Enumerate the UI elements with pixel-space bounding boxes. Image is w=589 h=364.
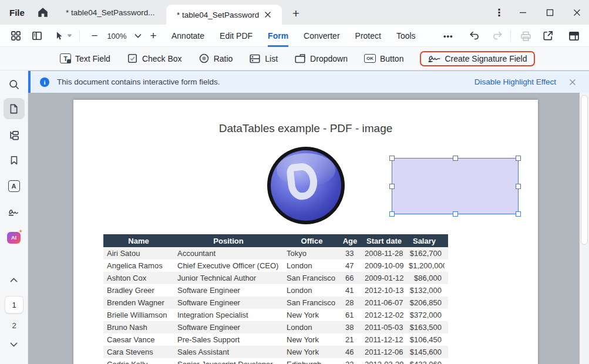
- tab-converter[interactable]: Converter: [304, 25, 339, 47]
- table-cell: New York: [283, 348, 341, 356]
- create-signature-field-button[interactable]: Create Signature Field: [428, 54, 527, 63]
- window-close-icon[interactable]: [566, 2, 587, 22]
- table-cell: New York: [283, 311, 341, 319]
- file-menu[interactable]: File: [9, 0, 25, 25]
- resize-handle-n[interactable]: [453, 156, 458, 161]
- ratio-button[interactable]: Ratio: [198, 53, 233, 64]
- undo-icon[interactable]: [468, 29, 481, 42]
- table-row: Caesar VancePre-Sales SupportNew York212…: [103, 333, 448, 346]
- dropdown-button[interactable]: Dropdown: [294, 53, 348, 64]
- table-row: Brielle WilliamsonIntegration Specialist…: [103, 309, 448, 321]
- page-number-current[interactable]: 1: [5, 296, 23, 314]
- grid-view-icon[interactable]: [9, 29, 22, 42]
- table-cell: San Francisco: [283, 274, 341, 282]
- info-close-icon[interactable]: [567, 76, 578, 88]
- signature-field-selected[interactable]: [392, 159, 518, 214]
- datatables-logo: [267, 147, 345, 224]
- scrollbar-thumb[interactable]: [581, 95, 588, 245]
- resize-handle-nw[interactable]: [389, 156, 395, 161]
- tab-annotate[interactable]: Annotate: [171, 25, 204, 47]
- content-area: i This document contains interactive for…: [28, 70, 589, 364]
- maximize-button[interactable]: [539, 2, 560, 22]
- share-export-icon[interactable]: [541, 29, 554, 42]
- table-header-cell: Age: [341, 237, 359, 245]
- resize-handle-e[interactable]: [516, 184, 521, 189]
- vertical-scrollbar[interactable]: [580, 93, 589, 364]
- cursor-dropdown-icon[interactable]: [65, 29, 73, 42]
- button-field-button[interactable]: OK Button: [364, 54, 403, 63]
- home-icon[interactable]: [36, 6, 51, 20]
- table-cell: 2012-03-29: [359, 360, 409, 364]
- resize-handle-w[interactable]: [389, 184, 395, 189]
- table-cell: 28: [341, 298, 359, 307]
- text-field-button[interactable]: T Text Field: [60, 53, 110, 63]
- table-row: Bradley GreerSoftware EngineerLondon4120…: [103, 284, 448, 296]
- bookmark-icon[interactable]: [4, 150, 25, 171]
- tab-protect[interactable]: Protect: [355, 25, 381, 47]
- info-icon: i: [40, 77, 49, 87]
- tab-active[interactable]: * table04_SetPassword: [166, 5, 282, 25]
- new-tab-button[interactable]: +: [288, 5, 304, 22]
- table-cell: 33: [341, 249, 359, 258]
- tab-form[interactable]: Form: [268, 25, 288, 47]
- zoom-dropdown-icon[interactable]: [132, 29, 144, 42]
- search-icon[interactable]: [4, 74, 25, 95]
- left-sidebar: A AI✦ 1 2: [0, 70, 28, 364]
- dropdown-label: Dropdown: [310, 54, 348, 63]
- table-cell: $163,500: [409, 323, 445, 332]
- zoom-out-button[interactable]: −: [88, 29, 101, 42]
- window-menu-icon[interactable]: ⋮: [489, 2, 510, 22]
- resize-handle-s[interactable]: [453, 211, 458, 217]
- outline-tree-icon[interactable]: [4, 125, 25, 146]
- field-annotation-icon[interactable]: A: [4, 176, 25, 197]
- table-cell: Brenden Wagner: [103, 298, 174, 307]
- table-cell: Bradley Greer: [103, 286, 174, 295]
- table-cell: London: [283, 323, 341, 332]
- table-cell: Bruno Nash: [103, 323, 174, 332]
- list-button[interactable]: List: [249, 53, 278, 64]
- minimize-button[interactable]: [512, 2, 533, 22]
- signature-pen-icon: [428, 54, 440, 63]
- resize-handle-sw[interactable]: [389, 211, 395, 217]
- resize-handle-ne[interactable]: [516, 156, 521, 161]
- ai-assistant-icon[interactable]: AI✦: [4, 227, 25, 248]
- table-cell: $86,000: [409, 274, 445, 282]
- redo-icon[interactable]: [491, 29, 504, 42]
- pdf-page[interactable]: DataTables example - PDF - image NamePos…: [73, 100, 538, 364]
- table-cell: Cara Stevens: [103, 348, 174, 356]
- table-cell: 22: [341, 360, 359, 364]
- page-number-2[interactable]: 2: [0, 318, 28, 332]
- table-cell: Integration Specialist: [174, 311, 283, 319]
- ribbon-menu: Annotate Edit PDF Form Converter Protect…: [171, 25, 416, 47]
- disable-highlight-link[interactable]: Disable Highlight Effect: [474, 77, 556, 86]
- zoom-in-button[interactable]: +: [147, 29, 160, 42]
- more-tools-icon[interactable]: •••: [443, 25, 453, 47]
- page-up-icon[interactable]: [4, 273, 25, 287]
- tab-tools[interactable]: Tools: [396, 25, 416, 47]
- page-thumbnails-icon[interactable]: [4, 98, 25, 119]
- check-box-button[interactable]: Check Box: [127, 53, 182, 64]
- zoom-level[interactable]: 100%: [103, 25, 130, 47]
- table-cell: Caesar Vance: [103, 335, 174, 344]
- logo-d-glyph: [286, 162, 319, 201]
- page-down-icon[interactable]: [4, 338, 25, 352]
- signature-panel-icon[interactable]: [4, 202, 25, 223]
- dropdown-icon: [294, 53, 306, 64]
- select-cursor-icon[interactable]: [53, 29, 66, 42]
- table-cell: 2012-10-13: [359, 286, 409, 295]
- tab-inactive[interactable]: * table04_SetPassword...: [66, 0, 155, 25]
- tab-close-icon[interactable]: [262, 9, 274, 21]
- panel-toggle-icon[interactable]: [31, 29, 43, 42]
- table-row: Cedric KellySenior Javascript DeveloperE…: [103, 358, 448, 364]
- tab-edit-pdf[interactable]: Edit PDF: [220, 25, 253, 47]
- table-cell: Accountant: [174, 249, 283, 258]
- table-cell: $1,200,000: [409, 261, 445, 270]
- table-cell: Sales Assistant: [174, 348, 283, 356]
- tab-active-label: * table04_SetPassword: [177, 11, 262, 19]
- pdf-viewer[interactable]: DataTables example - PDF - image NamePos…: [28, 93, 589, 364]
- layout-panels-icon[interactable]: [567, 29, 580, 42]
- print-icon[interactable]: [519, 29, 532, 42]
- table-header-cell: Salary: [409, 237, 445, 245]
- table-header-cell: Office: [283, 237, 341, 245]
- resize-handle-se[interactable]: [516, 211, 521, 217]
